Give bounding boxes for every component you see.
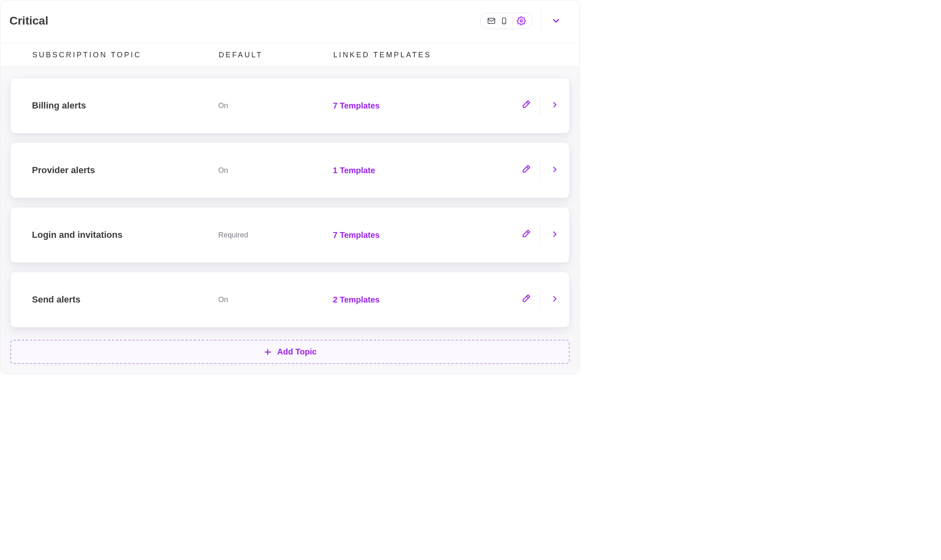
topic-name: Login and invitations xyxy=(32,230,218,240)
column-header-default: DEFAULT xyxy=(219,51,333,59)
edit-button[interactable] xyxy=(515,160,537,180)
add-topic-label: Add Topic xyxy=(277,347,317,357)
topic-default: On xyxy=(218,166,333,175)
topic-templates-link[interactable]: 7 Templates xyxy=(333,101,504,111)
topic-default: Required xyxy=(218,231,333,239)
chevron-right-icon xyxy=(550,294,559,305)
row-expand-button[interactable] xyxy=(544,290,566,309)
topic-templates-link[interactable]: 2 Templates xyxy=(333,295,504,305)
edit-button[interactable] xyxy=(515,96,537,115)
pencil-icon xyxy=(520,294,531,306)
add-topic-button[interactable]: Add Topic xyxy=(10,340,570,364)
panel-header: Critical xyxy=(0,0,579,43)
topic-templates-link[interactable]: 7 Templates xyxy=(333,230,504,240)
plus-icon xyxy=(263,348,272,357)
topic-row: Login and invitationsRequired7 Templates xyxy=(10,207,570,263)
row-separator xyxy=(540,159,541,181)
row-actions xyxy=(504,95,569,117)
panel-title: Critical xyxy=(9,14,48,27)
chevron-right-icon xyxy=(550,100,559,111)
row-actions xyxy=(504,224,569,246)
topic-default: On xyxy=(218,102,333,110)
pencil-icon xyxy=(520,229,531,241)
row-separator xyxy=(540,224,541,246)
channel-pill xyxy=(480,13,533,29)
topic-row: Send alertsOn2 Templates xyxy=(10,272,570,327)
row-expand-button[interactable] xyxy=(544,160,566,180)
expand-button[interactable] xyxy=(541,11,570,31)
row-separator xyxy=(540,95,541,117)
email-icon[interactable] xyxy=(487,16,496,25)
critical-panel: Critical xyxy=(0,0,580,374)
topic-name: Send alerts xyxy=(32,294,218,305)
pill-separator xyxy=(512,17,513,25)
chevron-down-icon xyxy=(551,16,561,26)
pencil-icon xyxy=(520,99,531,112)
edit-button[interactable] xyxy=(515,225,537,245)
row-expand-button[interactable] xyxy=(544,96,566,115)
svg-point-3 xyxy=(520,20,523,22)
topic-row: Provider alertsOn1 Template xyxy=(10,142,570,198)
topic-templates-link[interactable]: 1 Template xyxy=(333,166,504,175)
header-actions xyxy=(480,11,570,31)
chevron-right-icon xyxy=(550,165,559,176)
topic-default: On xyxy=(218,296,333,304)
row-expand-button[interactable] xyxy=(544,225,566,245)
column-header-templates: LINKED TEMPLATES xyxy=(333,51,514,59)
topic-row: Billing alertsOn7 Templates xyxy=(10,78,570,133)
column-header-topic: SUBSCRIPTION TOPIC xyxy=(32,51,219,59)
mobile-icon[interactable] xyxy=(500,16,508,25)
edit-button[interactable] xyxy=(515,290,537,309)
topic-name: Billing alerts xyxy=(32,100,218,111)
pencil-icon xyxy=(520,164,531,176)
gear-icon[interactable] xyxy=(517,16,526,25)
topic-name: Provider alerts xyxy=(32,165,218,176)
row-separator xyxy=(540,289,541,311)
row-actions xyxy=(504,289,569,311)
chevron-right-icon xyxy=(550,230,559,240)
column-headers: SUBSCRIPTION TOPIC DEFAULT LINKED TEMPLA… xyxy=(0,43,579,67)
row-actions xyxy=(504,159,569,181)
panel-body: Billing alertsOn7 TemplatesProvider aler… xyxy=(0,67,579,374)
